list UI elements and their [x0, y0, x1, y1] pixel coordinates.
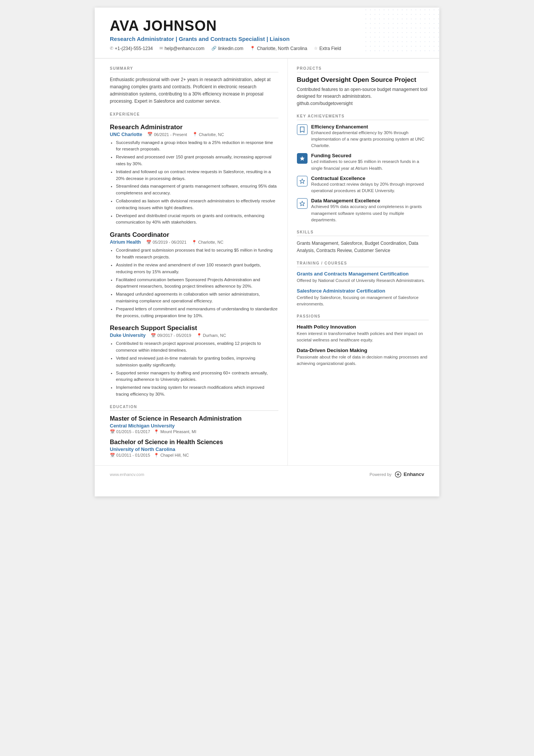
job-bullets-2: Coordinated grant submission processes t… — [110, 247, 278, 319]
bullet-1-1: Successfully managed a group inbox leadi… — [116, 139, 278, 153]
bookmark-icon — [300, 127, 305, 133]
bullet-2-5: Prepared letters of commitment and memor… — [116, 306, 278, 319]
achievement-item-1: Efficiency Enhancement Enhanced departme… — [297, 124, 429, 149]
job-title-3: Research Support Specialist — [110, 324, 278, 332]
edu-calendar-1: 📅 01/2015 - 01/2017 — [110, 429, 150, 434]
bullet-2-3: Facilitated communication between Sponso… — [116, 277, 278, 290]
job-item-3: Research Support Specialist Duke Univers… — [110, 324, 278, 398]
achievement-icon-4 — [297, 198, 308, 209]
bullet-1-4: Streamlined data management of grants ma… — [116, 183, 278, 197]
calendar-icon-3: 📅 — [151, 333, 156, 338]
achievement-title-2: Funding Secured — [311, 153, 429, 158]
bullet-3-1: Contributed to research project approval… — [116, 340, 278, 354]
main-content: SUMMARY Enthusiastic professional with o… — [95, 59, 439, 465]
achievement-icon-3 — [297, 176, 308, 186]
job-bullets-3: Contributed to research project approval… — [110, 340, 278, 398]
page-footer: www.enhancv.com Powered by Enhancv — [95, 465, 439, 483]
job-item-2: Grants Coordinator Atrium Health 📅 05/20… — [110, 231, 278, 319]
job-dates-3: 📅 09/2017 - 05/2019 — [151, 333, 191, 338]
achievement-desc-1: Enhanced departmental efficiency by 30% … — [311, 130, 429, 149]
pin-icon-2: 📍 — [192, 240, 197, 245]
job-meta-2: Atrium Health 📅 05/2019 - 06/2021 📍 Char… — [110, 239, 278, 245]
degree-1: Master of Science in Research Administra… — [110, 415, 278, 422]
achievement-content-2: Funding Secured Led initiatives to secur… — [311, 153, 429, 172]
job-dates-1: 📅 06/2021 - Present — [147, 132, 187, 137]
achievement-content-4: Data Management Excellence Achieved 95% … — [311, 198, 429, 223]
edu-meta-2: 📅 01/2011 - 01/2015 📍 Chapel Hill, NC — [110, 453, 278, 458]
achievement-icon-2 — [297, 153, 308, 164]
achievement-content-1: Efficiency Enhancement Enhanced departme… — [311, 124, 429, 149]
star-outline-icon-3 — [300, 178, 305, 184]
svg-marker-0 — [300, 156, 304, 161]
training-desc-2: Certified by Salesforce, focusing on man… — [297, 294, 429, 308]
job-item-1: Research Administrator UNC Charlotte 📅 0… — [110, 124, 278, 226]
bullet-1-6: Developed and distributed crucial report… — [116, 213, 278, 226]
achievement-desc-3: Reduced contract review delays by 20% th… — [311, 181, 429, 194]
powered-by-text: Powered by — [370, 472, 392, 477]
education-item-1: Master of Science in Research Administra… — [110, 415, 278, 434]
achievement-desc-4: Achieved 95% data accuracy and completen… — [311, 203, 429, 223]
passion-item-1: Health Policy Innovation Keen interest i… — [297, 324, 429, 344]
job-meta-1: UNC Charlotte 📅 06/2021 - Present 📍 Char… — [110, 132, 278, 137]
footer-brand: Powered by Enhancv — [370, 470, 424, 479]
job-dates-2: 📅 05/2019 - 06/2021 — [146, 240, 186, 245]
achievements-label: KEY ACHIEVEMENTS — [297, 114, 429, 120]
resume-header: AVA JOHNSON Research Administrator | Gra… — [95, 8, 439, 59]
project-description: Contributed features to an open-source b… — [297, 86, 429, 107]
pin-icon-1: 📍 — [192, 132, 198, 137]
bullet-1-5: Collaborated as liaison with divisional … — [116, 198, 278, 211]
bullet-1-3: Initiated and followed up on contract re… — [116, 169, 278, 182]
edu-location-1: 📍 Mount Pleasant, MI — [154, 429, 196, 434]
achievement-item-2: Funding Secured Led initiatives to secur… — [297, 153, 429, 172]
achievement-title-4: Data Management Excellence — [311, 198, 429, 203]
star-filled-icon — [300, 156, 305, 161]
bullet-3-4: Implemented new tracking system for rese… — [116, 384, 278, 398]
passion-desc-1: Keen interest in transformative health p… — [297, 330, 429, 344]
employer-1: UNC Charlotte — [110, 132, 142, 137]
bullet-2-4: Managed unfunded agreements in collabora… — [116, 291, 278, 305]
bullet-1-2: Reviewed and processed over 150 grant pr… — [116, 154, 278, 167]
bullet-3-2: Vetted and reviewed just-in-time materia… — [116, 355, 278, 369]
passion-desc-2: Passionate about the role of data in dec… — [297, 354, 429, 367]
degree-2: Bachelor of Science in Health Sciences — [110, 439, 278, 446]
training-title-2: Salesforce Administrator Certification — [297, 288, 429, 294]
job-location-1: 📍 Charlotte, NC — [192, 132, 224, 137]
passion-title-1: Health Policy Innovation — [297, 324, 429, 330]
training-desc-1: Offered by National Council of Universit… — [297, 277, 429, 284]
contact-extra: ☆ Extra Field — [314, 46, 341, 51]
projects-label: PROJECTS — [297, 66, 429, 72]
calendar-icon-2: 📅 — [146, 240, 151, 245]
school-1: Central Michigan University — [110, 423, 278, 429]
contact-location: 📍 Charlotte, North Carolina — [250, 46, 307, 51]
achievement-item-3: Contractual Excellence Reduced contract … — [297, 175, 429, 194]
email-icon: ✉ — [159, 46, 163, 51]
achievement-icon-1 — [297, 124, 308, 135]
achievement-item-4: Data Management Excellence Achieved 95% … — [297, 198, 429, 223]
edu-meta-1: 📅 01/2015 - 01/2017 📍 Mount Pleasant, MI — [110, 429, 278, 434]
skills-text: Grants Management, Salesforce, Budget Co… — [297, 240, 429, 254]
achievement-content-3: Contractual Excellence Reduced contract … — [311, 175, 429, 194]
star-outline-icon-4 — [300, 201, 305, 206]
candidate-name: AVA JOHNSON — [110, 18, 424, 34]
training-item-1: Grants and Contracts Management Certific… — [297, 271, 429, 284]
bullet-3-3: Supported senior managers by drafting an… — [116, 370, 278, 383]
link-icon: 🔗 — [211, 46, 217, 51]
achievement-desc-2: Led initiatives to secure $5 million in … — [311, 158, 429, 172]
edu-calendar-2: 📅 01/2011 - 01/2015 — [110, 453, 150, 458]
summary-label: SUMMARY — [110, 66, 278, 72]
passion-item-2: Data-Driven Decision Making Passionate a… — [297, 347, 429, 367]
training-label: TRAINING / COURSES — [297, 261, 429, 267]
job-bullets-1: Successfully managed a group inbox leadi… — [110, 139, 278, 226]
bullet-2-1: Coordinated grant submission processes t… — [116, 247, 278, 261]
education-label: EDUCATION — [110, 405, 278, 411]
resume-page: AVA JOHNSON Research Administrator | Gra… — [95, 8, 439, 496]
employer-3: Duke University — [110, 333, 145, 338]
location-icon: 📍 — [250, 46, 255, 51]
contact-phone: ✆ +1-(234)-555-1234 — [110, 46, 153, 51]
svg-marker-1 — [300, 179, 304, 183]
experience-label: EXPERIENCE — [110, 112, 278, 118]
training-item-2: Salesforce Administrator Certification C… — [297, 288, 429, 308]
education-item-2: Bachelor of Science in Health Sciences U… — [110, 439, 278, 458]
calendar-icon-1: 📅 — [147, 132, 153, 137]
candidate-title: Research Administrator | Grants and Cont… — [110, 36, 424, 42]
